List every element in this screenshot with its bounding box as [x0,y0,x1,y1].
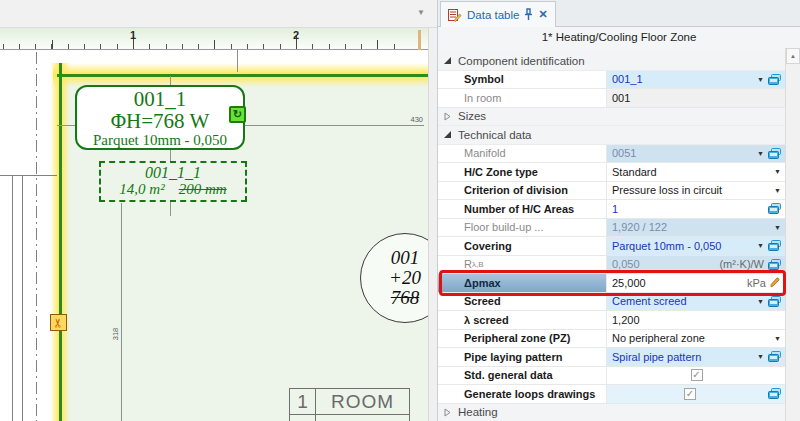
ruler-number: 1 [130,29,136,41]
room-temp-text: +20 [389,268,421,288]
shared-data-icon[interactable] [768,74,781,85]
section-label: Heating [458,406,498,418]
section-component-identification[interactable]: Component identification [438,52,785,71]
section-heating[interactable]: Heating [438,404,785,421]
table-row: 1 ROOM [290,389,410,415]
checkbox-checked[interactable]: ✓ [684,388,696,400]
property-label: In room [438,89,606,107]
property-label: Std. general data [438,367,606,385]
ruler-cursor-marker [418,30,421,50]
drawing-viewport[interactable]: 430 318 001_1 ΦH=768 W Parquet 10mm - 0,… [0,50,428,421]
room-table-number: 1 [290,389,316,415]
dropdown-icon[interactable]: ▼ [757,242,764,249]
rotate-glyph: ↻ [233,108,242,121]
criterion-value-field[interactable]: Pressure loss in circuit ▼ [606,182,785,200]
delta-pmax-value-field[interactable]: 25,000 kPa [606,274,785,292]
dropdown-icon[interactable]: ▼ [774,187,781,194]
zone-covering-text: Parquet 10mm - 0,050 [77,132,243,149]
shared-data-icon[interactable] [768,148,781,159]
property-label-selected: Δpmax [438,274,606,292]
checkbox-checked[interactable]: ✓ [691,369,703,381]
rotate-handle-icon[interactable]: ↻ [229,106,246,123]
panel-scrollbar[interactable]: ▲ [785,48,800,421]
property-label: Covering [438,237,606,255]
canvas-scrollbar-strip[interactable] [428,28,437,421]
property-label: Pipe laying pattern [438,348,606,366]
shared-data-icon[interactable] [768,240,781,251]
row-peripheral-zone: Peripheral zone (PZ) No peripheral zone … [438,330,785,349]
scroll-up-icon[interactable]: ▲ [786,48,800,64]
section-technical-data[interactable]: Technical data [438,126,785,145]
pipe-pattern-value-field[interactable]: Spiral pipe pattern ▼ [606,348,785,366]
dropdown-icon[interactable]: ▼ [757,353,764,360]
tab-data-table[interactable]: Data table ✕ [440,1,556,27]
horizontal-ruler: 1 2 [0,28,428,50]
row-r-lambda-b: Rλ,B 0,050 (m²·K)/W [438,256,785,275]
zone-type-value-field[interactable]: Standard ▼ [606,163,785,181]
table-row: 1 18,3 m² [290,415,410,421]
shared-data-icon[interactable] [768,203,781,214]
in-room-value-field[interactable]: 001 [606,89,785,107]
dropdown-icon[interactable]: ▼ [774,224,781,231]
row-hc-zone-type: H/C Zone type Standard ▼ [438,163,785,182]
close-icon[interactable]: ✕ [538,8,547,21]
property-label: Rλ,B [438,256,606,274]
pin-icon[interactable] [524,8,533,21]
row-std-general-data: Std. general data ✓ [438,367,785,386]
section-sizes[interactable]: Sizes [438,108,785,127]
wall-cut-marker[interactable]: ✂ [50,314,67,331]
screed-value-field[interactable]: Cement screed ▼ [606,293,785,311]
toolbar-dropdown-icon[interactable]: ▼ [417,8,425,17]
drawing-area: ▼ 1 2 430 [0,0,437,421]
area-symbol-text: 001_1_1 [101,164,245,181]
manifold-value-field[interactable]: 0051 ▼ [606,145,785,163]
dropdown-icon[interactable]: ▼ [774,335,781,342]
dropdown-icon[interactable]: ▼ [757,76,764,83]
floor-buildup-value-field[interactable]: 1,920 / 122 ▼ [606,219,785,237]
property-label: Criterion of division [438,182,606,200]
panel-title: 1* Heating/Cooling Floor Zone [438,27,800,48]
lambda-screed-value-field[interactable]: 1,200 [606,311,785,329]
property-label: Screed [438,293,606,311]
room-info-table[interactable]: 1 ROOM 1 18,3 m² [289,388,410,421]
row-floor-build-up: Floor build-up ... 1,920 / 122 ▼ [438,219,785,238]
drawing-toolbar: ▼ [0,0,437,28]
symbol-value-field[interactable]: 001_1 ▼ [606,71,785,89]
r-lambda-value-field[interactable]: 0,050 (m²·K)/W [606,256,785,274]
row-symbol: Symbol 001_1 ▼ [438,71,785,90]
room-table-area: 18,3 m² [316,415,410,421]
expander-collapsed-icon [443,112,452,121]
property-label: Floor build-up ... [438,219,606,237]
expander-collapsed-icon [443,408,452,417]
row-screed: Screed Cement screed ▼ [438,293,785,312]
edit-pencil-icon[interactable] [770,277,781,288]
row-covering: Covering Parquet 10mm - 0,050 ▼ [438,237,785,256]
peripheral-zone-value-field[interactable]: No peripheral zone ▼ [606,330,785,348]
ruler-number: 2 [293,29,299,41]
unit-label: (m²·K)/W [719,258,764,270]
area-size-text: 14,0 m²200 mm [101,181,245,198]
dropdown-icon[interactable]: ▼ [757,150,764,157]
room-number-text: 001 [391,248,420,268]
areas-count-value-field[interactable]: 1 [606,200,785,218]
property-label: λ screed [438,311,606,329]
property-label: Manifold [438,145,606,163]
shared-data-icon[interactable] [768,259,781,270]
covering-value-field[interactable]: Parquet 10mm - 0,050 ▼ [606,237,785,255]
dropdown-icon[interactable]: ▼ [774,168,781,175]
shared-data-icon[interactable] [768,296,781,307]
shared-data-icon[interactable] [768,388,781,399]
dropdown-icon[interactable]: ▼ [757,298,764,305]
shared-data-icon[interactable] [768,351,781,362]
generate-loops-cell: ✓ [606,385,785,403]
expander-expanded-icon [443,130,452,139]
tab-label: Data table [467,9,519,21]
data-table-panel: Data table ✕ 1* Heating/Cooling Floor Zo… [437,0,800,421]
zone-symbol-text: 001_1 [77,88,243,110]
section-label: Technical data [458,129,532,141]
zone-label-box[interactable]: 001_1 ΦH=768 W Parquet 10mm - 0,050 [75,85,245,150]
row-number-of-hc-areas: Number of H/C Areas 1 [438,200,785,219]
data-table-icon [448,8,462,22]
area-label-box[interactable]: 001_1_1 14,0 m²200 mm [99,161,247,202]
panel-tab-bar: Data table ✕ [438,0,800,27]
